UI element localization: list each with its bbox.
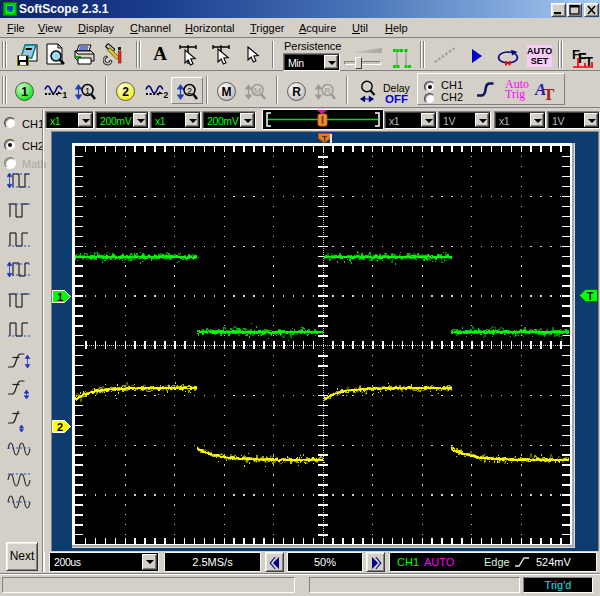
svg-text:1: 1 bbox=[57, 291, 63, 303]
svg-text:R: R bbox=[292, 85, 301, 99]
svg-text:T: T bbox=[543, 85, 555, 102]
svg-text:1: 1 bbox=[85, 86, 90, 96]
svg-text:M: M bbox=[254, 86, 262, 96]
svg-text:1: 1 bbox=[21, 85, 28, 99]
svg-text:T: T bbox=[587, 290, 594, 302]
svg-text:A: A bbox=[153, 45, 167, 63]
svg-text:1: 1 bbox=[63, 90, 68, 99]
svg-text:2: 2 bbox=[122, 85, 129, 99]
svg-text:2: 2 bbox=[57, 421, 63, 433]
svg-text:2: 2 bbox=[187, 86, 192, 96]
svg-text:2: 2 bbox=[164, 90, 169, 99]
svg-text:T: T bbox=[322, 134, 327, 143]
svg-text:R: R bbox=[324, 86, 331, 96]
svg-text:M: M bbox=[222, 85, 232, 99]
